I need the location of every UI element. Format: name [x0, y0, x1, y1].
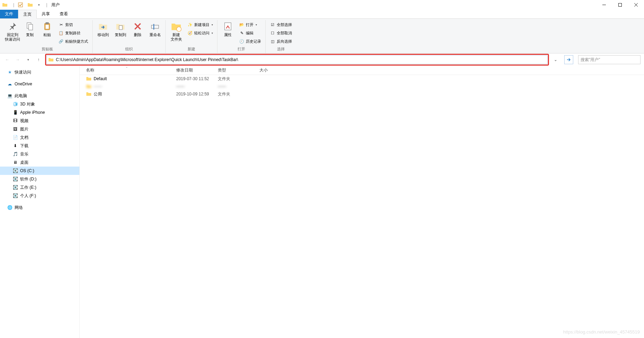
copy-button[interactable]: 复制 [22, 20, 37, 37]
path-icon: 📋 [58, 30, 64, 36]
select-all-button[interactable]: ☑全部选择 [268, 21, 293, 28]
back-button[interactable]: ← [3, 56, 11, 64]
navigation-row: ← → ▾ ↑ ⌄ 搜索"用户" [0, 53, 644, 66]
nav-pictures[interactable]: 🖼图片 [0, 125, 79, 133]
open-button[interactable]: 📂打开▾ [238, 21, 263, 28]
history-button[interactable]: 🕘历史记录 [238, 37, 263, 45]
col-name[interactable]: ⌃名称 [80, 67, 173, 73]
move-to-button[interactable]: 移动到 [95, 20, 111, 37]
new-item-button[interactable]: ✨新建项目▾ [186, 21, 214, 28]
nav-drive-f[interactable]: 💽个人 (F:) [0, 192, 79, 200]
rename-icon [149, 21, 161, 32]
select-none-button[interactable]: ☐全部取消 [268, 29, 293, 37]
folder-icon [86, 91, 92, 97]
properties-button[interactable]: 属性 [220, 20, 235, 37]
address-bar[interactable] [46, 55, 548, 64]
tab-file[interactable]: 文件 [0, 10, 18, 18]
dropdown-icon[interactable]: ▾ [37, 2, 41, 8]
svg-rect-11 [152, 25, 159, 28]
paste-shortcut-button[interactable]: 🔗粘贴快捷方式 [57, 37, 89, 45]
file-date: 2019-07-30 11:52 [173, 76, 215, 81]
forward-button[interactable]: → [14, 56, 22, 64]
file-type: 文件夹 [215, 91, 257, 97]
up-button[interactable]: ↑ [35, 56, 42, 64]
open-icon: 📂 [239, 22, 244, 27]
cut-button[interactable]: ✂剪切 [57, 21, 89, 28]
group-select: ☑全部选择 ☐全部取消 ◫反向选择 选择 [266, 20, 296, 53]
document-icon: 📄 [12, 135, 18, 140]
table-row[interactable]: —————— [80, 83, 644, 90]
file-name: 公用 [94, 91, 102, 97]
folder-icon [2, 2, 8, 8]
address-bar-highlight [45, 54, 549, 66]
nav-network[interactable]: 🌐网络 [0, 203, 79, 212]
folder-icon [86, 84, 92, 89]
svg-rect-6 [29, 24, 33, 30]
copy-to-button[interactable]: 复制到 [113, 20, 128, 37]
easy-access-button[interactable]: 🧭轻松访问▾ [186, 29, 214, 37]
tab-view[interactable]: 查看 [55, 10, 73, 18]
invert-selection-button[interactable]: ◫反向选择 [268, 37, 293, 45]
group-open: 属性 📂打开▾ ✎编辑 🕘历史记录 打开 [217, 20, 266, 53]
recent-locations-button[interactable]: ▾ [24, 56, 32, 64]
chevron-down-icon: ▾ [212, 23, 213, 26]
nav-videos[interactable]: 🎞视频 [0, 117, 79, 125]
group-label: 选择 [268, 46, 293, 53]
search-box[interactable]: 搜索"用户" [578, 55, 641, 64]
table-row[interactable]: 公用2019-10-09 12:59文件夹 [80, 90, 644, 98]
svg-rect-0 [18, 3, 23, 7]
ribbon: 固定到 快速访问 复制 粘贴 ✂剪切 📋复制路径 🔗粘贴快捷方式 剪贴板 移动到 [0, 19, 644, 53]
nav-documents[interactable]: 📄文档 [0, 133, 79, 142]
col-date[interactable]: 修改日期 [173, 67, 215, 73]
tab-home[interactable]: 主页 [18, 10, 37, 19]
nav-music[interactable]: 🎵音乐 [0, 150, 79, 158]
nav-quick-access[interactable]: ★快速访问 [0, 68, 79, 76]
address-dropdown-button[interactable]: ⌄ [552, 57, 559, 62]
go-button[interactable] [564, 55, 573, 64]
file-date: —— [173, 84, 215, 89]
maximize-button[interactable] [612, 0, 628, 10]
paste-button[interactable]: 粘贴 [40, 20, 55, 37]
col-type[interactable]: 类型 [215, 67, 257, 73]
copy-icon [24, 21, 35, 32]
nav-onedrive[interactable]: ☁OneDrive [0, 80, 79, 88]
pin-to-quick-access-button[interactable]: 固定到 快速访问 [5, 20, 20, 42]
easyaccess-icon: 🧭 [187, 30, 193, 36]
nav-this-pc[interactable]: 💻此电脑 [0, 92, 79, 100]
delete-button[interactable]: 删除 [130, 20, 145, 37]
group-label: 剪贴板 [5, 46, 89, 53]
cloud-icon: ☁ [7, 81, 12, 87]
close-button[interactable] [628, 0, 644, 10]
nav-os-c[interactable]: 💽OS (C:) [0, 167, 79, 175]
folder-icon [86, 76, 92, 82]
separator: | [46, 2, 47, 7]
drive-icon: 💽 [12, 185, 18, 190]
tab-share[interactable]: 共享 [37, 10, 55, 18]
checkbox-icon[interactable] [18, 2, 23, 8]
invert-icon: ◫ [270, 39, 275, 44]
nav-3d-objects[interactable]: 🧊3D 对象 [0, 100, 79, 108]
cube-icon: 🧊 [12, 101, 18, 107]
minimize-button[interactable] [596, 0, 612, 10]
nav-downloads[interactable]: ⬇下载 [0, 142, 79, 150]
nav-desktop[interactable]: 🖥桌面 [0, 158, 79, 167]
table-row[interactable]: Default2019-07-30 11:52文件夹 [80, 75, 644, 83]
svg-point-13 [177, 27, 181, 31]
svg-rect-9 [45, 25, 49, 29]
column-headers: ⌃名称 修改日期 类型 大小 [80, 66, 644, 75]
new-folder-button[interactable]: 新建 文件夹 [169, 20, 184, 42]
address-input[interactable] [56, 57, 546, 62]
edit-button[interactable]: ✎编辑 [238, 29, 263, 37]
selectnone-icon: ☐ [270, 30, 275, 36]
rename-button[interactable]: 重命名 [147, 20, 163, 37]
folder-icon[interactable] [27, 2, 33, 8]
nav-drive-e[interactable]: 💽工作 (E:) [0, 183, 79, 192]
nav-drive-d[interactable]: 💽软件 (D:) [0, 175, 79, 183]
nav-apple-iphone[interactable]: 📱Apple iPhone [0, 108, 79, 117]
copy-path-button[interactable]: 📋复制路径 [57, 29, 89, 37]
window-controls [596, 0, 644, 10]
quick-access-toolbar: | ▾ | [2, 2, 49, 8]
navigation-pane[interactable]: ★快速访问 ☁OneDrive 💻此电脑 🧊3D 对象 📱Apple iPhon… [0, 66, 80, 338]
col-size[interactable]: 大小 [257, 67, 284, 73]
desktop-icon: 🖥 [12, 160, 18, 165]
